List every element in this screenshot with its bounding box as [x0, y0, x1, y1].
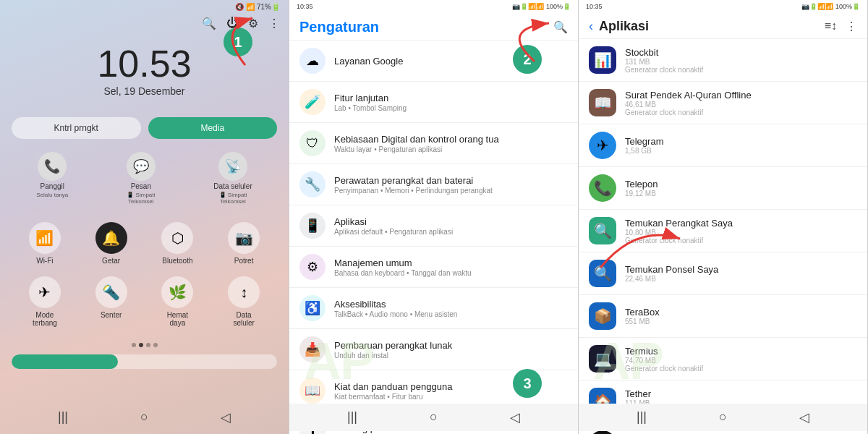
filter-sort-icon[interactable]: ≡↕: [825, 20, 837, 33]
settings-text-general: Manajemen umum Bahasa dan keyboard • Tan…: [334, 258, 568, 277]
contact-name-data: Data seluler: [213, 182, 252, 190]
apps-icon: 📱: [299, 213, 326, 239]
contact-avatar-call: 📞: [38, 152, 67, 181]
app-termius[interactable]: 💻 Termius 74,70 MB Generator clock nonak…: [579, 338, 867, 380]
contacts-row: 📞 Panggil Selalu tanya 💬 Pesan 📱 Simpati…: [0, 146, 289, 210]
phone-app-size: 19,12 MB: [625, 190, 857, 197]
terabox-text: TeraBox 551 MB: [625, 307, 857, 326]
camera-icon: 📷: [228, 222, 260, 254]
more-icon[interactable]: ⋮: [268, 17, 280, 30]
find-device-text: Temukan Perangkat Saya 10,80 MB Generato…: [625, 218, 857, 244]
settings-header: Pengaturan 🔍: [289, 13, 578, 41]
toggle-wifi[interactable]: 📶 Wi-Fi: [12, 216, 78, 271]
contact-sub-data: 📱 SimpatiTelkomsel: [219, 192, 247, 205]
settings-item-general[interactable]: ⚙ Manajemen umum Bahasa dan keyboard • T…: [289, 247, 578, 288]
find-phone-size: 22,46 MB: [625, 275, 857, 283]
settings-item-maintenance[interactable]: 🔧 Perawatan perangkat dan baterai Penyim…: [289, 164, 578, 205]
settings-text-advanced: Fitur lanjutan Lab • Tombol Samping: [334, 93, 568, 112]
contact-call[interactable]: 📞 Panggil Selalu tanya: [36, 152, 68, 205]
maintenance-icon: 🔧: [299, 171, 326, 197]
settings-item-digital[interactable]: 🛡 Kebiasaan Digital dan kontrol orang tu…: [289, 123, 578, 164]
settings-sub-update: Unduh dan instal: [334, 352, 568, 359]
find-phone-name: Temukan Ponsel Saya: [625, 264, 857, 275]
settings-item-apps[interactable]: 📱 Aplikasi Aplikasi default • Pengaturan…: [289, 205, 578, 247]
more-options-icon[interactable]: ⋮: [846, 20, 857, 33]
toggle-battery-save[interactable]: 🌿 Hematdaya: [145, 271, 211, 333]
settings-item-update[interactable]: 📥 Pembaruan perangkat lunak Unduh dan in…: [289, 329, 578, 370]
nav-back-3[interactable]: |||: [637, 409, 647, 425]
phone-app-icon: 📞: [589, 174, 616, 202]
app-quran[interactable]: 📖 Surat Pendek Al-Quran Offline 46,61 MB…: [579, 82, 867, 124]
airplane-label: Modeterbang: [33, 311, 57, 327]
search-icon[interactable]: 🔍: [202, 17, 216, 30]
toggle-bluetooth[interactable]: ⬡ Bluetooth: [145, 216, 211, 271]
toggle-flashlight[interactable]: 🔦 Senter: [78, 271, 145, 333]
nav-home-1[interactable]: ○: [140, 409, 148, 425]
control-panel-btn[interactable]: Kntrl prngkt: [12, 117, 141, 139]
find-phone-icon: 🔍: [589, 260, 616, 287]
app-find-phone[interactable]: 🔍 Temukan Ponsel Saya 22,46 MB: [579, 252, 867, 295]
brightness-fill: [12, 354, 118, 369]
stockbit-size: 131 MB: [625, 58, 857, 66]
contact-data[interactable]: 📡 Data seluler 📱 SimpatiTelkomsel: [213, 152, 252, 205]
app-telegram[interactable]: ✈ Telegram 1,58 GB: [579, 124, 867, 167]
contact-sub-msg: 📱 SimpatiTelkomsel: [127, 192, 155, 205]
status-bar-1: 🔇 📶 71%🔋: [0, 0, 289, 14]
settings-item-advanced[interactable]: 🧪 Fitur lanjutan Lab • Tombol Samping: [289, 82, 578, 123]
applist-header: ‹ Aplikasi ≡↕ ⋮: [579, 13, 867, 39]
settings-title-general: Manajemen umum: [334, 258, 568, 268]
bluetooth-icon: ⬡: [161, 222, 193, 254]
nav-back-1[interactable]: |||: [58, 409, 68, 425]
brightness-bar[interactable]: [12, 354, 277, 369]
telegram-name: Telegram: [625, 136, 857, 147]
nav-back-2[interactable]: |||: [347, 409, 357, 425]
nav-home-3[interactable]: ○: [719, 409, 727, 425]
nav-recents-2[interactable]: ◁: [510, 409, 520, 425]
app-stockbit[interactable]: 📊 Stockbit 131 MB Generator clock nonakt…: [579, 39, 867, 82]
telegram-size: 1,58 GB: [625, 147, 857, 155]
media-btn[interactable]: Media: [148, 117, 278, 139]
camera-label: Potret: [234, 257, 254, 265]
nav-bar-1: ||| ○ ◁: [0, 404, 289, 431]
app-list: 📊 Stockbit 131 MB Generator clock nonakt…: [579, 39, 867, 434]
terabox-name: TeraBox: [625, 307, 857, 318]
termius-icon: 💻: [589, 345, 616, 373]
contact-name-msg: Pesan: [131, 182, 151, 190]
toggle-mobile-data[interactable]: ↕ Dataseluler: [210, 271, 277, 333]
applist-title: Aplikasi: [599, 19, 819, 34]
stockbit-icon: 📊: [589, 46, 616, 74]
app-find-device[interactable]: 🔍 Temukan Perangkat Saya 10,80 MB Genera…: [579, 210, 867, 252]
contact-avatar-msg: 💬: [127, 152, 156, 181]
nav-home-2[interactable]: ○: [430, 409, 438, 425]
mobile-data-icon: ↕: [228, 276, 260, 308]
contact-message[interactable]: 💬 Pesan 📱 SimpatiTelkomsel: [127, 152, 156, 205]
settings-title: Pengaturan: [299, 19, 379, 35]
toggle-camera[interactable]: 📷 Potret: [210, 216, 277, 271]
nav-recents-3[interactable]: ◁: [799, 409, 809, 425]
contact-avatar-data: 📡: [218, 152, 247, 181]
google-icon: ☁: [299, 48, 326, 74]
quran-name: Surat Pendek Al-Quran Offline: [625, 90, 857, 101]
phone-homescreen: 🔇 📶 71%🔋 🔍 ⏻ ⚙ ⋮ 10.53 Sel, 19 Desember …: [0, 0, 289, 434]
quran-text: Surat Pendek Al-Quran Offline 46,61 MB G…: [625, 90, 857, 116]
step-1-circle: 1: [224, 27, 252, 56]
vibrate-label: Getar: [102, 257, 120, 265]
settings-search-icon[interactable]: 🔍: [553, 20, 568, 34]
settings-sub-advanced: Lab • Tombol Samping: [334, 104, 568, 112]
wifi-label: Wi-Fi: [36, 257, 53, 265]
clock-date: Sel, 19 Desember: [0, 85, 289, 97]
gear-icon[interactable]: ⚙: [248, 17, 258, 30]
settings-title-update: Pembaruan perangkat lunak: [334, 340, 568, 351]
dot-4: [153, 343, 158, 347]
app-terabox[interactable]: 📦 TeraBox 551 MB: [579, 295, 867, 338]
toggle-airplane[interactable]: ✈ Modeterbang: [12, 271, 78, 333]
status-bar-2: 10:35 📷🔋📶📶 100%🔋: [289, 0, 578, 13]
toggle-vibrate[interactable]: 🔔 Getar: [78, 216, 145, 271]
back-btn[interactable]: ‹: [589, 19, 593, 34]
app-phone[interactable]: 📞 Telepon 19,12 MB: [579, 167, 867, 210]
settings-item-accessibility[interactable]: ♿ Aksesibilitas TalkBack • Audio mono • …: [289, 288, 578, 329]
tips-icon: 📖: [299, 378, 326, 404]
accessibility-icon: ♿: [299, 295, 326, 321]
nav-recents-1[interactable]: ◁: [221, 409, 231, 425]
dot-3: [146, 343, 150, 347]
